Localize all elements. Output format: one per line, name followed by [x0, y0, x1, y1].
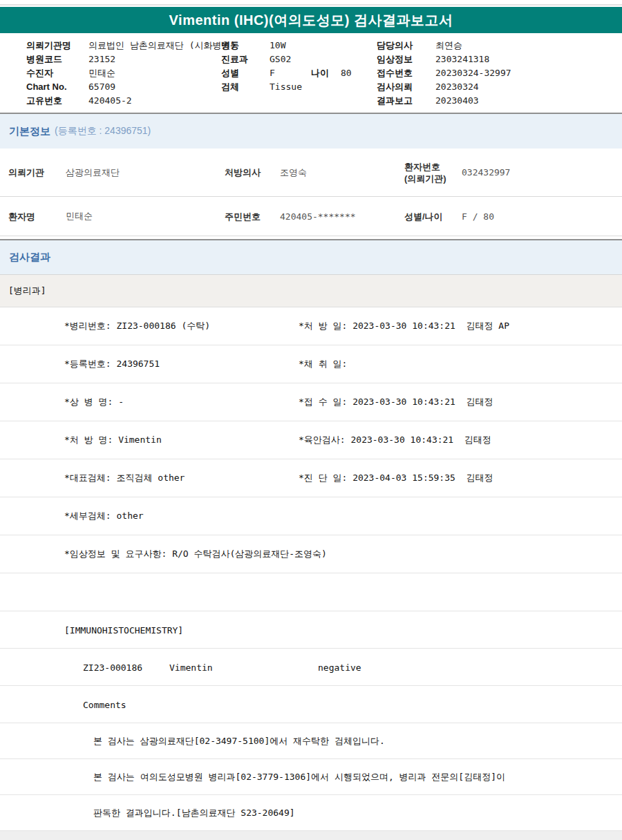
label-requesting-org: 의뢰기관	[8, 166, 66, 178]
field-value-department: GS02	[270, 52, 291, 66]
field-value-specimen: Tissue	[270, 80, 302, 94]
diagnosis-name-text: *상 병 명: -	[64, 396, 124, 408]
field-label-sex: 성별	[221, 66, 239, 80]
prescription-name-text: *처 방 명: Vimentin	[64, 434, 162, 446]
field-label-specimen: 검체	[221, 80, 239, 94]
clinical-request-text: *임상정보 및 요구사항: R/O 수탁검사(삼광의료재단-조영숙)	[64, 548, 327, 560]
comment-line-3: 판독한 결과입니다.[남촌의료재단 S23-20649]	[0, 795, 622, 831]
detail-row-sub-specimen: *세부검체: other	[0, 497, 622, 535]
basic-info-registration-no: (등록번호 : 24396751)	[55, 125, 151, 137]
test-results-section-header: 검사결과	[0, 239, 622, 275]
field-value-age: 80	[341, 66, 352, 80]
test-results-title: 검사결과	[9, 251, 50, 264]
patient-info-row-1: 의뢰기관 삼광의료재단 처방의사 조영숙 환자번호 (의뢰기관) 0324329…	[0, 149, 622, 197]
header-row-2: 병원코드 23152 진료과 GS02 임상정보 2303241318	[0, 52, 622, 66]
gross-exam-date-text: *육안검사: 2023-03-30 10:43:21 김태정	[299, 434, 491, 446]
collected-date-text: *채 취 일:	[299, 358, 347, 370]
field-label-ward: 병동	[221, 39, 239, 52]
department-label: [병리과]	[8, 285, 46, 297]
value-prescribing-doctor: 조영숙	[280, 166, 404, 179]
field-value-hospital-code: 23152	[88, 52, 115, 66]
field-value-receipt-no: 20230324-32997	[435, 66, 511, 80]
comment-text-2: 본 검사는 여의도성모병원 병리과[02-3779-1306]에서 시행되었으며…	[93, 771, 505, 783]
report-header-fields: 의뢰기관명 의료법인 남촌의료재단 (시화병원) 병동 10W 담당의사 최연승…	[0, 39, 622, 108]
comment-text-1: 본 검사는 삼광의료재단[02-3497-5100]에서 재수탁한 검체입니다.	[93, 735, 385, 747]
bottom-band	[0, 831, 622, 840]
field-value-test-requested: 20230324	[435, 80, 479, 94]
ihc-test-name: Vimentin	[169, 662, 213, 672]
ihc-code: ZI23-000186	[83, 662, 142, 672]
ihc-result-row: ZI23-000186 Vimentin negative	[0, 649, 622, 686]
prescribed-date-text: *처 방 일: 2023-03-30 10:43:21 김태정 AP	[299, 320, 509, 332]
ihc-section-label: [IMMUNOHISTOCHEMISTRY]	[64, 624, 183, 635]
value-sex-age: F / 80	[462, 211, 622, 222]
field-label-hospital-code: 병원코드	[26, 52, 62, 66]
header-row-3: 수진자 민태순 성별 F 나이 80 접수번호 20230324-32997	[0, 66, 622, 80]
basic-info-title: 기본정보	[9, 125, 50, 138]
comment-line-2: 본 검사는 여의도성모병원 병리과[02-3779-1306]에서 시행되었으며…	[0, 759, 622, 795]
field-value-ward: 10W	[270, 39, 285, 52]
field-value-sex: F	[270, 66, 275, 80]
detail-row-empty	[0, 573, 622, 611]
field-label-clinical-info: 임상정보	[377, 52, 413, 66]
value-patient-no: 032432997	[462, 167, 622, 178]
detail-row-representative-specimen: *대표검체: 조직검체 other *진 단 일: 2023-04-03 15:…	[0, 459, 622, 497]
field-value-requesting-org: 의료법인 남촌의료재단 (시화병원)	[88, 39, 236, 52]
comment-text-3: 판독한 결과입니다.[남촌의료재단 S23-20649]	[93, 807, 295, 819]
field-value-unique-no: 420405-2	[88, 94, 132, 108]
representative-specimen-text: *대표검체: 조직검체 other	[64, 472, 185, 484]
field-label-doctor: 담당의사	[377, 39, 413, 52]
header-row-5: 고유번호 420405-2 결과보고 20230403	[0, 94, 622, 108]
comments-header-row: Comments	[0, 686, 622, 723]
registration-no-text: *등록번호: 24396751	[64, 358, 160, 370]
detail-row-registration-no: *등록번호: 24396751 *채 취 일:	[0, 345, 622, 383]
header-row-4: Chart No. 65709 검체 Tissue 검사의뢰 20230324	[0, 80, 622, 94]
detail-row-diagnosis-name: *상 병 명: - *접 수 일: 2023-03-30 10:43:21 김태…	[0, 383, 622, 421]
detail-row-pathology-no: *병리번호: ZI23-000186 (수탁) *처 방 일: 2023-03-…	[0, 307, 622, 345]
label-patient-name: 환자명	[8, 211, 66, 222]
field-label-receipt-no: 접수번호	[377, 66, 413, 80]
field-label-age: 나이	[311, 66, 329, 80]
label-resident-no: 주민번호	[225, 211, 280, 222]
patient-info-row-2: 환자명 민태순 주민번호 420405-******* 성별/나이 F / 80	[0, 197, 622, 236]
field-value-clinical-info: 2303241318	[435, 52, 489, 66]
report-title: Vimentin (IHC)(여의도성모) 검사결과보고서	[169, 11, 453, 30]
field-label-department: 진료과	[221, 52, 248, 66]
header-row-1: 의뢰기관명 의료법인 남촌의료재단 (시화병원) 병동 10W 담당의사 최연승	[0, 39, 622, 52]
value-requesting-org: 삼광의료재단	[66, 166, 225, 179]
value-patient-name: 민태순	[66, 210, 225, 222]
department-row: [병리과]	[0, 275, 622, 307]
basic-info-section-header: 기본정보 (등록번호 : 24396751)	[0, 113, 622, 149]
report-title-bar: Vimentin (IHC)(여의도성모) 검사결과보고서	[0, 7, 622, 33]
field-label-unique-no: 고유번호	[26, 94, 62, 108]
field-value-chart-no: 65709	[88, 80, 115, 94]
field-label-chart-no: Chart No.	[26, 80, 67, 94]
field-label-test-requested: 검사의뢰	[377, 80, 413, 94]
label-sex-age: 성별/나이	[404, 211, 462, 222]
comment-line-1: 본 검사는 삼광의료재단[02-3497-5100]에서 재수탁한 검체입니다.	[0, 723, 622, 759]
diagnosis-date-text: *진 단 일: 2023-04-03 15:59:35 김태정	[299, 472, 493, 484]
field-label-patient: 수진자	[26, 66, 53, 80]
ihc-result-value: negative	[318, 662, 361, 672]
value-resident-no: 420405-*******	[280, 211, 404, 222]
label-prescribing-doctor: 처방의사	[225, 166, 280, 178]
field-value-result-reported: 20230403	[435, 94, 479, 108]
sub-specimen-text: *세부검체: other	[64, 510, 144, 522]
label-patient-no: 환자번호 (의뢰기관)	[404, 161, 462, 184]
report-page: Vimentin (IHC)(여의도성모) 검사결과보고서 의뢰기관명 의료법인…	[0, 0, 622, 840]
comments-label: Comments	[83, 699, 126, 709]
detail-row-clinical-request: *임상정보 및 요구사항: R/O 수탁검사(삼광의료재단-조영숙)	[0, 535, 622, 573]
detail-row-prescription-name: *처 방 명: Vimentin *육안검사: 2023-03-30 10:43…	[0, 421, 622, 459]
field-label-result-reported: 결과보고	[377, 94, 413, 108]
field-value-doctor: 최연승	[435, 39, 462, 52]
pathology-no-text: *병리번호: ZI23-000186 (수탁)	[64, 320, 210, 332]
received-date-text: *접 수 일: 2023-03-30 10:43:21 김태정	[299, 396, 493, 408]
field-value-patient: 민태순	[88, 66, 115, 80]
field-label-requesting-org: 의뢰기관명	[26, 39, 71, 52]
ihc-section-row: [IMMUNOHISTOCHEMISTRY]	[0, 611, 622, 649]
